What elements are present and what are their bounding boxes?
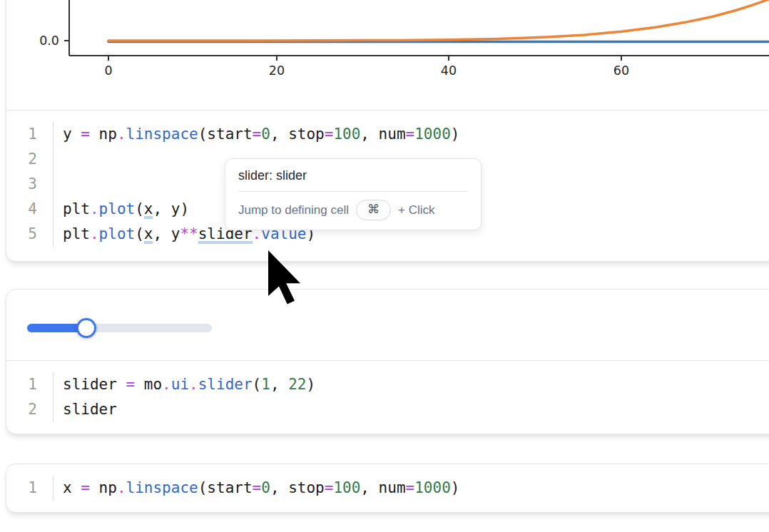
svg-text:0.0: 0.0 <box>39 34 59 48</box>
mouse-cursor-icon <box>267 250 304 307</box>
svg-text:0: 0 <box>104 63 112 78</box>
cell-x-definition: 1 x = np.linspace(start=0, stop=100, num… <box>6 464 769 513</box>
slider-output <box>6 290 769 361</box>
cell-slider: 12 slider = mo.ui.slider(1, 22)slider <box>6 289 769 434</box>
line-numbers: 1 <box>6 476 54 501</box>
slider-thumb[interactable] <box>76 318 96 338</box>
variable-tooltip: slider: slider Jump to defining cell ⌘ +… <box>225 158 482 230</box>
line-numbers: 12345 <box>6 122 54 247</box>
matplotlib-plot: 02040600.0 <box>6 0 769 110</box>
jump-to-defining-cell[interactable]: Jump to defining cell ⌘ + Click <box>225 192 481 230</box>
cmd-key-badge: ⌘ <box>356 200 391 220</box>
jump-action-label: Jump to defining cell <box>238 203 349 218</box>
code-editor-x[interactable]: 1 x = np.linspace(start=0, stop=100, num… <box>6 464 769 512</box>
click-hint-label: + Click <box>398 203 434 218</box>
line-numbers: 12 <box>6 372 54 422</box>
code-editor-slider[interactable]: 12 slider = mo.ui.slider(1, 22)slider <box>6 361 769 434</box>
plot-output: 02040600.0 <box>6 0 769 111</box>
tooltip-variable-name: slider: slider <box>225 159 481 191</box>
svg-text:60: 60 <box>613 63 629 78</box>
code-lines: slider = mo.ui.slider(1, 22)slider <box>54 372 315 422</box>
code-lines: x = np.linspace(start=0, stop=100, num=1… <box>54 476 459 501</box>
svg-text:20: 20 <box>269 63 285 78</box>
slider-track[interactable] <box>27 324 212 332</box>
svg-text:40: 40 <box>441 63 457 78</box>
